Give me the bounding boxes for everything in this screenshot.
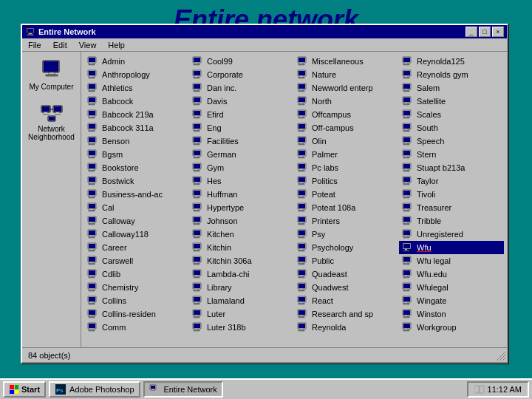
file-item[interactable]: Miscellaneous — [294, 55, 399, 68]
file-item[interactable]: Lambda-chi — [189, 267, 294, 281]
file-item[interactable]: Benson — [84, 134, 189, 148]
maximize-button[interactable]: □ — [479, 27, 491, 37]
content-area[interactable]: Admin Cool99 Miscellaneous Reynolda125 A… — [81, 52, 507, 347]
file-item[interactable]: Printers — [294, 214, 399, 228]
file-item[interactable]: Psychology — [294, 241, 399, 254]
file-item[interactable]: Luter — [189, 307, 294, 321]
file-item[interactable]: Huffman — [189, 188, 294, 201]
file-item[interactable]: Off-campus — [294, 121, 399, 134]
file-item[interactable]: North — [294, 95, 399, 108]
file-item[interactable]: Taylor — [399, 174, 504, 188]
resize-handle[interactable] — [497, 352, 505, 361]
file-item[interactable]: Unregistered — [399, 228, 504, 241]
file-item[interactable]: Stern — [399, 148, 504, 161]
file-item[interactable]: Reynolda125 — [399, 55, 504, 68]
file-item[interactable]: Corporate — [189, 68, 294, 81]
file-item[interactable]: German — [189, 148, 294, 161]
file-item[interactable]: Llamaland — [189, 294, 294, 307]
file-item[interactable]: Wfulegal — [399, 281, 504, 294]
file-item[interactable]: Admin — [84, 55, 189, 68]
file-item[interactable]: Speech — [399, 134, 504, 148]
file-item[interactable]: Politics — [294, 174, 399, 188]
file-item[interactable]: Cdlib — [84, 267, 189, 281]
file-item[interactable]: Eng — [189, 121, 294, 134]
file-item[interactable]: Luter 318b — [189, 321, 294, 334]
file-item[interactable]: Davis — [189, 95, 294, 108]
file-item[interactable]: Bookstore — [84, 161, 189, 174]
file-item[interactable]: Offcampus — [294, 108, 399, 121]
file-item[interactable]: Tivoli — [399, 188, 504, 201]
file-item[interactable]: Calloway118 — [84, 228, 189, 241]
file-item[interactable]: Hes — [189, 174, 294, 188]
file-item[interactable]: Winston — [399, 307, 504, 321]
file-item[interactable]: Scales — [399, 108, 504, 121]
close-button[interactable]: × — [492, 27, 504, 37]
file-item[interactable]: Treasurer — [399, 201, 504, 214]
file-item[interactable]: React — [294, 294, 399, 307]
file-item[interactable]: Gym — [189, 161, 294, 174]
file-item[interactable]: Kitchin 306a — [189, 254, 294, 267]
file-item[interactable]: Bostwick — [84, 174, 189, 188]
file-item[interactable]: Newworld enterp — [294, 81, 399, 95]
file-item[interactable]: Salem — [399, 81, 504, 95]
file-item[interactable]: Babcock — [84, 95, 189, 108]
file-item[interactable]: Stuapt b213a — [399, 161, 504, 174]
file-item[interactable]: Satellite — [399, 95, 504, 108]
svg-rect-58 — [194, 91, 200, 92]
file-item[interactable]: Bgsm — [84, 148, 189, 161]
file-item[interactable]: Poteat — [294, 188, 399, 201]
menu-edit[interactable]: Edit — [50, 41, 70, 50]
menu-view[interactable]: View — [76, 41, 100, 50]
file-item[interactable]: Wingate — [399, 294, 504, 307]
file-item[interactable]: Business-and-ac — [84, 188, 189, 201]
file-item[interactable]: Reynolds gym — [399, 68, 504, 81]
file-item[interactable]: Poteat 108a — [294, 201, 399, 214]
file-item[interactable]: Workgroup — [399, 321, 504, 334]
svg-rect-192 — [403, 191, 410, 195]
file-item[interactable]: Babcock 311a — [84, 121, 189, 134]
sidebar-item-mycomputer[interactable]: My Computer — [25, 58, 78, 91]
file-item[interactable]: Career — [84, 241, 189, 254]
start-button[interactable]: Start — [3, 381, 46, 398]
file-item[interactable]: Efird — [189, 108, 294, 121]
file-item[interactable]: Wfu legal — [399, 254, 504, 267]
file-item[interactable]: Reynolda — [294, 321, 399, 334]
menu-help[interactable]: Help — [105, 41, 128, 50]
file-item[interactable]: Calloway — [84, 214, 189, 228]
taskbar-app-network[interactable]: Entire Network — [143, 381, 223, 398]
file-item[interactable]: Tribble — [399, 214, 504, 228]
file-item[interactable]: Research and sp — [294, 307, 399, 321]
file-item[interactable]: Wfu — [399, 241, 504, 254]
file-item[interactable]: Hypertype — [189, 201, 294, 214]
file-item[interactable]: Carswell — [84, 254, 189, 267]
file-item[interactable]: Comm — [84, 321, 189, 334]
file-item[interactable]: Facilities — [189, 134, 294, 148]
file-item[interactable]: Quadwest — [294, 281, 399, 294]
file-item[interactable]: Babcock 219a — [84, 108, 189, 121]
file-item[interactable]: Johnson — [189, 214, 294, 228]
file-item[interactable]: Library — [189, 281, 294, 294]
file-item[interactable]: Quadeast — [294, 267, 399, 281]
file-item[interactable]: South — [399, 121, 504, 134]
minimize-button[interactable]: _ — [466, 27, 477, 37]
file-item[interactable]: Chemistry — [84, 281, 189, 294]
file-item[interactable]: Athletics — [84, 81, 189, 95]
file-item[interactable]: Dan inc. — [189, 81, 294, 95]
file-item[interactable]: Kitchin — [189, 241, 294, 254]
file-item[interactable]: Olin — [294, 134, 399, 148]
file-item[interactable]: Collins — [84, 294, 189, 307]
file-item[interactable]: Nature — [294, 68, 399, 81]
file-item[interactable]: Palmer — [294, 148, 399, 161]
file-item[interactable]: Cool99 — [189, 55, 294, 68]
file-item[interactable]: Psy — [294, 228, 399, 241]
file-item[interactable]: Anthropology — [84, 68, 189, 81]
file-item[interactable]: Cal — [84, 201, 189, 214]
file-item[interactable]: Kitchen — [189, 228, 294, 241]
taskbar-app-photoshop[interactable]: Ps Adobe Photoshop — [49, 381, 140, 398]
file-item[interactable]: Collins-residen — [84, 307, 189, 321]
menu-file[interactable]: File — [25, 41, 44, 50]
file-item[interactable]: Public — [294, 254, 399, 267]
sidebar-item-network[interactable]: Network Neighborhood — [25, 100, 78, 141]
file-item[interactable]: Pc labs — [294, 161, 399, 174]
file-item[interactable]: Wfu.edu — [399, 267, 504, 281]
